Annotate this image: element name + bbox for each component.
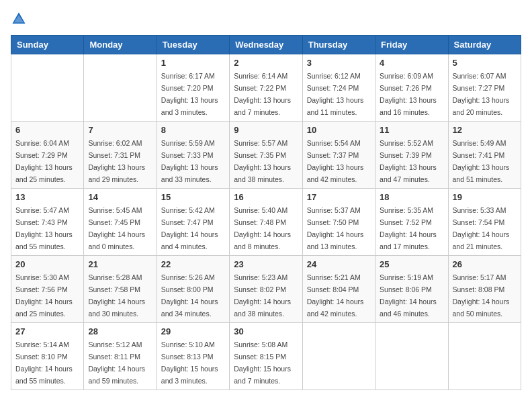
calendar-day-cell: 6 Sunrise: 6:04 AMSunset: 7:29 PMDayligh… <box>11 122 84 189</box>
day-info: Sunrise: 5:37 AMSunset: 7:50 PMDaylight:… <box>307 206 364 250</box>
day-info: Sunrise: 6:07 AMSunset: 7:27 PMDaylight:… <box>453 72 510 116</box>
calendar-day-cell: 16 Sunrise: 5:40 AMSunset: 7:48 PMDaylig… <box>230 189 302 256</box>
day-number: 22 <box>161 259 225 269</box>
day-number: 8 <box>161 125 225 135</box>
calendar-day-cell: 4 Sunrise: 6:09 AMSunset: 7:26 PMDayligh… <box>375 54 448 122</box>
day-number: 18 <box>380 192 443 202</box>
day-number: 3 <box>307 58 371 68</box>
day-number: 25 <box>380 259 443 269</box>
day-number: 26 <box>453 259 517 269</box>
day-number: 17 <box>307 192 371 202</box>
calendar-day-cell: 29 Sunrise: 5:10 AMSunset: 8:13 PMDaylig… <box>157 323 229 390</box>
day-info: Sunrise: 5:10 AMSunset: 8:13 PMDaylight:… <box>161 340 218 385</box>
calendar-week-row: 13 Sunrise: 5:47 AMSunset: 7:43 PMDaylig… <box>11 189 521 256</box>
day-info: Sunrise: 6:14 AMSunset: 7:22 PMDaylight:… <box>234 72 291 116</box>
calendar-day-cell: 5 Sunrise: 6:07 AMSunset: 7:27 PMDayligh… <box>448 54 521 122</box>
day-info: Sunrise: 5:49 AMSunset: 7:41 PMDaylight:… <box>453 139 510 183</box>
day-info: Sunrise: 5:28 AMSunset: 7:58 PMDaylight:… <box>88 273 145 318</box>
calendar-day-cell: 27 Sunrise: 5:14 AMSunset: 8:10 PMDaylig… <box>11 323 84 390</box>
day-number: 4 <box>380 58 443 68</box>
calendar-day-cell: 21 Sunrise: 5:28 AMSunset: 7:58 PMDaylig… <box>84 256 157 323</box>
day-number: 24 <box>307 259 371 269</box>
calendar-header-row: SundayMondayTuesdayWednesdayThursdayFrid… <box>11 36 521 54</box>
calendar-day-cell: 22 Sunrise: 5:26 AMSunset: 8:00 PMDaylig… <box>157 256 229 323</box>
day-number: 16 <box>234 192 298 202</box>
day-number: 7 <box>88 125 152 135</box>
weekday-header: Friday <box>375 36 448 54</box>
calendar-day-cell: 23 Sunrise: 5:23 AMSunset: 8:02 PMDaylig… <box>230 256 302 323</box>
weekday-header: Saturday <box>448 36 521 54</box>
calendar-day-cell: 15 Sunrise: 5:42 AMSunset: 7:47 PMDaylig… <box>157 189 229 256</box>
day-number: 15 <box>161 192 225 202</box>
day-number: 27 <box>15 326 79 336</box>
page-header <box>11 11 521 27</box>
day-number: 29 <box>161 326 225 336</box>
day-info: Sunrise: 5:17 AMSunset: 8:08 PMDaylight:… <box>453 273 510 318</box>
calendar-day-cell: 7 Sunrise: 6:02 AMSunset: 7:31 PMDayligh… <box>84 122 157 189</box>
calendar-day-cell: 17 Sunrise: 5:37 AMSunset: 7:50 PMDaylig… <box>302 189 375 256</box>
day-info: Sunrise: 5:19 AMSunset: 8:06 PMDaylight:… <box>380 273 437 318</box>
calendar-day-cell: 18 Sunrise: 5:35 AMSunset: 7:52 PMDaylig… <box>375 189 448 256</box>
calendar-day-cell <box>11 54 84 122</box>
day-number: 23 <box>234 259 298 269</box>
day-number: 5 <box>453 58 517 68</box>
day-number: 9 <box>234 125 298 135</box>
day-info: Sunrise: 6:04 AMSunset: 7:29 PMDaylight:… <box>15 139 73 183</box>
day-info: Sunrise: 5:30 AMSunset: 7:56 PMDaylight:… <box>15 273 73 318</box>
weekday-header: Tuesday <box>157 36 229 54</box>
day-info: Sunrise: 5:40 AMSunset: 7:48 PMDaylight:… <box>234 206 291 250</box>
calendar-day-cell: 1 Sunrise: 6:17 AMSunset: 7:20 PMDayligh… <box>157 54 229 122</box>
day-info: Sunrise: 5:45 AMSunset: 7:45 PMDaylight:… <box>88 206 145 250</box>
calendar-day-cell: 11 Sunrise: 5:52 AMSunset: 7:39 PMDaylig… <box>375 122 448 189</box>
day-info: Sunrise: 5:57 AMSunset: 7:35 PMDaylight:… <box>234 139 291 183</box>
day-number: 1 <box>161 58 225 68</box>
calendar-day-cell: 9 Sunrise: 5:57 AMSunset: 7:35 PMDayligh… <box>230 122 302 189</box>
calendar-day-cell <box>302 323 375 390</box>
calendar-day-cell: 13 Sunrise: 5:47 AMSunset: 7:43 PMDaylig… <box>11 189 84 256</box>
logo <box>11 11 30 27</box>
day-info: Sunrise: 6:12 AMSunset: 7:24 PMDaylight:… <box>307 72 364 116</box>
day-info: Sunrise: 5:08 AMSunset: 8:15 PMDaylight:… <box>234 340 291 385</box>
day-number: 12 <box>453 125 517 135</box>
day-number: 28 <box>88 326 152 336</box>
logo-icon <box>11 11 27 27</box>
weekday-header: Sunday <box>11 36 84 54</box>
day-number: 19 <box>453 192 517 202</box>
day-number: 21 <box>88 259 152 269</box>
day-info: Sunrise: 5:47 AMSunset: 7:43 PMDaylight:… <box>15 206 73 250</box>
day-info: Sunrise: 5:26 AMSunset: 8:00 PMDaylight:… <box>161 273 218 318</box>
calendar-day-cell: 19 Sunrise: 5:33 AMSunset: 7:54 PMDaylig… <box>448 189 521 256</box>
day-info: Sunrise: 5:21 AMSunset: 8:04 PMDaylight:… <box>307 273 364 318</box>
calendar-day-cell: 14 Sunrise: 5:45 AMSunset: 7:45 PMDaylig… <box>84 189 157 256</box>
day-info: Sunrise: 5:12 AMSunset: 8:11 PMDaylight:… <box>88 340 145 385</box>
weekday-header: Thursday <box>302 36 375 54</box>
calendar-day-cell: 30 Sunrise: 5:08 AMSunset: 8:15 PMDaylig… <box>230 323 302 390</box>
weekday-header: Wednesday <box>230 36 302 54</box>
calendar-day-cell: 28 Sunrise: 5:12 AMSunset: 8:11 PMDaylig… <box>84 323 157 390</box>
day-number: 14 <box>88 192 152 202</box>
calendar-day-cell <box>84 54 157 122</box>
day-info: Sunrise: 5:54 AMSunset: 7:37 PMDaylight:… <box>307 139 364 183</box>
calendar-day-cell <box>448 323 521 390</box>
day-number: 13 <box>15 192 79 202</box>
calendar-week-row: 27 Sunrise: 5:14 AMSunset: 8:10 PMDaylig… <box>11 323 521 390</box>
calendar-day-cell: 24 Sunrise: 5:21 AMSunset: 8:04 PMDaylig… <box>302 256 375 323</box>
calendar-day-cell: 8 Sunrise: 5:59 AMSunset: 7:33 PMDayligh… <box>157 122 229 189</box>
day-number: 6 <box>15 125 79 135</box>
calendar-day-cell: 10 Sunrise: 5:54 AMSunset: 7:37 PMDaylig… <box>302 122 375 189</box>
weekday-header: Monday <box>84 36 157 54</box>
day-number: 11 <box>380 125 443 135</box>
day-info: Sunrise: 5:59 AMSunset: 7:33 PMDaylight:… <box>161 139 218 183</box>
day-info: Sunrise: 5:35 AMSunset: 7:52 PMDaylight:… <box>380 206 437 250</box>
calendar-week-row: 1 Sunrise: 6:17 AMSunset: 7:20 PMDayligh… <box>11 54 521 122</box>
calendar-day-cell: 26 Sunrise: 5:17 AMSunset: 8:08 PMDaylig… <box>448 256 521 323</box>
calendar-day-cell: 2 Sunrise: 6:14 AMSunset: 7:22 PMDayligh… <box>230 54 302 122</box>
calendar-day-cell: 25 Sunrise: 5:19 AMSunset: 8:06 PMDaylig… <box>375 256 448 323</box>
calendar-day-cell: 3 Sunrise: 6:12 AMSunset: 7:24 PMDayligh… <box>302 54 375 122</box>
calendar-day-cell: 20 Sunrise: 5:30 AMSunset: 7:56 PMDaylig… <box>11 256 84 323</box>
day-info: Sunrise: 5:42 AMSunset: 7:47 PMDaylight:… <box>161 206 218 250</box>
calendar-day-cell: 12 Sunrise: 5:49 AMSunset: 7:41 PMDaylig… <box>448 122 521 189</box>
day-number: 20 <box>15 259 79 269</box>
day-info: Sunrise: 5:52 AMSunset: 7:39 PMDaylight:… <box>380 139 437 183</box>
day-info: Sunrise: 6:09 AMSunset: 7:26 PMDaylight:… <box>380 72 437 116</box>
